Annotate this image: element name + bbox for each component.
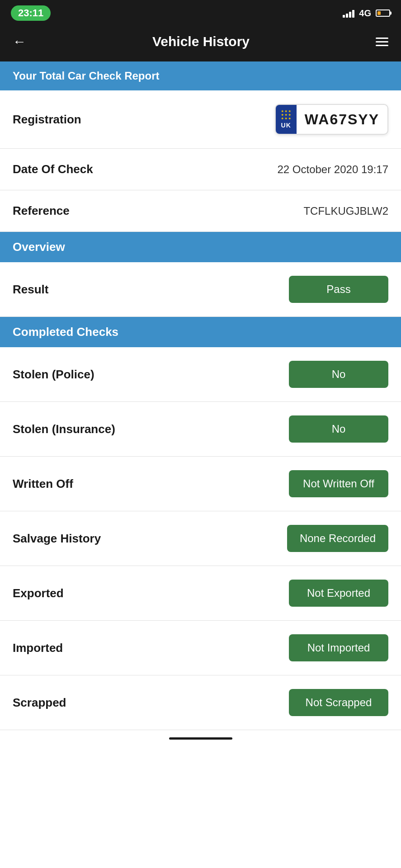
check-button-5[interactable]: Not Imported — [289, 634, 388, 661]
reference-row: Reference TCFLKUGJBLW2 — [0, 190, 401, 232]
check-row-5: ImportedNot Imported — [0, 621, 401, 675]
result-label: Result — [13, 283, 289, 297]
back-button[interactable]: ← — [13, 34, 26, 49]
reference-label: Reference — [13, 204, 201, 218]
check-row-1: Stolen (Insurance)No — [0, 402, 401, 457]
signal-icon — [343, 9, 354, 18]
check-button-3[interactable]: None Recorded — [287, 525, 388, 552]
check-button-6[interactable]: Not Scrapped — [289, 689, 388, 716]
registration-row: Registration UK WA67SYY — [0, 90, 401, 149]
check-label-0: Stolen (Police) — [13, 368, 289, 382]
plate-stars — [281, 110, 291, 120]
check-button-1[interactable]: No — [289, 415, 388, 443]
completed-checks-header: Completed Checks — [0, 317, 401, 347]
nav-bar: ← Vehicle History — [0, 25, 401, 61]
report-banner: Your Total Car Check Report — [0, 61, 401, 90]
license-plate: UK WA67SYY — [275, 104, 388, 135]
check-row-2: Written OffNot Written Off — [0, 457, 401, 511]
check-label-4: Exported — [13, 586, 289, 600]
status-right: 4G — [343, 8, 390, 19]
page-title: Vehicle History — [152, 34, 250, 49]
date-of-check-value: 22 October 2020 19:17 — [201, 163, 389, 176]
date-of-check-label: Date Of Check — [13, 162, 201, 176]
check-label-2: Written Off — [13, 477, 289, 491]
registration-label: Registration — [13, 113, 275, 127]
network-indicator: 4G — [359, 8, 371, 19]
check-label-3: Salvage History — [13, 532, 287, 546]
bottom-indicator — [0, 730, 401, 743]
check-row-3: Salvage HistoryNone Recorded — [0, 511, 401, 566]
banner-text: Your Total Car Check Report — [13, 70, 160, 82]
check-button-0[interactable]: No — [289, 361, 388, 388]
result-button[interactable]: Pass — [289, 276, 388, 303]
overview-section-header: Overview — [0, 232, 401, 262]
check-label-1: Stolen (Insurance) — [13, 422, 289, 436]
result-row: Result Pass — [0, 262, 401, 317]
checks-container: Stolen (Police)NoStolen (Insurance)NoWri… — [0, 347, 401, 730]
check-button-4[interactable]: Not Exported — [289, 580, 388, 607]
check-row-4: ExportedNot Exported — [0, 566, 401, 621]
date-of-check-row: Date Of Check 22 October 2020 19:17 — [0, 149, 401, 190]
check-label-5: Imported — [13, 641, 289, 655]
check-button-2[interactable]: Not Written Off — [289, 470, 388, 497]
status-bar: 23:11 4G — [0, 0, 401, 25]
menu-button[interactable] — [376, 38, 388, 46]
check-row-6: ScrappedNot Scrapped — [0, 675, 401, 730]
check-row-0: Stolen (Police)No — [0, 347, 401, 402]
completed-checks-header-text: Completed Checks — [13, 325, 118, 339]
status-time: 23:11 — [11, 5, 51, 21]
plate-uk-section: UK — [276, 105, 297, 134]
overview-header-text: Overview — [13, 240, 65, 254]
battery-icon — [376, 9, 390, 17]
home-indicator — [169, 737, 232, 740]
plate-uk-text: UK — [281, 122, 291, 129]
reference-value: TCFLKUGJBLW2 — [201, 205, 389, 217]
check-label-6: Scrapped — [13, 696, 289, 710]
plate-number: WA67SYY — [297, 107, 387, 132]
